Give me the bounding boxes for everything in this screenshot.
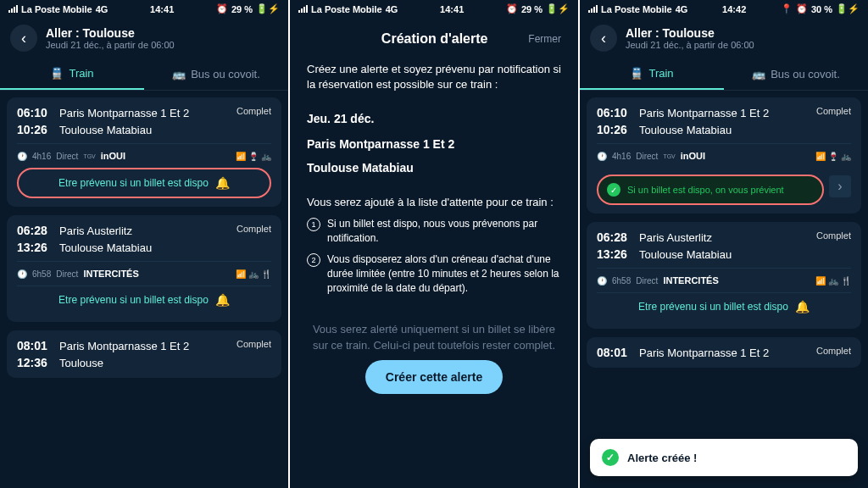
tab-bus[interactable]: 🚌Bus ou covoit.: [144, 58, 288, 90]
list-text: Si un billet est dispo, nous vous préven…: [327, 217, 561, 246]
battery-pct: 29 %: [521, 4, 542, 14]
depart-station: Paris Montparnasse 1 Et 2: [59, 107, 189, 119]
depart-station: Paris Montparnasse 1 Et 2: [639, 347, 769, 359]
modal-title: Création d'alerte: [341, 31, 528, 47]
bus-icon: 🚌: [752, 68, 765, 80]
modal-to: Toulouse Matabiau: [307, 160, 561, 177]
modal-footnote: Vous serez alerté uniquement si un bille…: [307, 322, 561, 352]
carrier: La Poste Mobile: [21, 4, 92, 14]
network: 4G: [96, 4, 108, 14]
connection: Direct: [636, 276, 658, 286]
tab-train[interactable]: 🚆Train: [580, 58, 724, 90]
alarm-icon: ⏰: [796, 3, 808, 14]
alert-label: Etre prévenu si un billet est dispo: [638, 301, 788, 313]
depart-time: 08:01: [17, 339, 51, 352]
chevron-right-icon[interactable]: ›: [829, 175, 851, 197]
trip-card[interactable]: 06:10Paris Montparnasse 1 Et 2 10:26Toul…: [7, 97, 281, 207]
alert-label: Etre prévenu si un billet est dispo: [58, 177, 209, 189]
close-button[interactable]: Fermer: [528, 33, 561, 45]
bell-icon: 🔔: [215, 293, 230, 307]
arrive-time: 13:26: [17, 241, 51, 254]
brand: INTERCITÉS: [663, 275, 718, 286]
tab-train[interactable]: 🚆Train: [0, 58, 144, 90]
modal-date: Jeu. 21 déc.: [307, 111, 561, 128]
depart-time: 06:10: [597, 106, 631, 119]
train-icon: 🚆: [630, 67, 643, 80]
bell-icon: 🔔: [215, 176, 230, 190]
brand: INTERCITÉS: [83, 269, 138, 279]
trip-card[interactable]: 06:10Paris Montparnasse 1 Et 2 10:26Toul…: [587, 97, 861, 214]
status-badge: Complet: [816, 106, 851, 116]
page-subtitle: Jeudi 21 déc., à partir de 06:00: [46, 40, 175, 50]
amenities-icons: 📶 🍷 🚲: [236, 152, 271, 161]
trip-list[interactable]: 06:10Paris Montparnasse 1 Et 2 10:26Toul…: [580, 91, 868, 488]
create-alert-button[interactable]: Etre prévenu si un billet est dispo🔔: [597, 292, 851, 320]
trip-card[interactable]: 06:28Paris Austerlitz 13:26Toulouse Mata…: [7, 215, 281, 322]
clock: 14:42: [722, 4, 746, 14]
amenities-icons: 📶 🚲 🍴: [815, 276, 851, 286]
mode-tabs: 🚆Train 🚌Bus ou covoit.: [0, 58, 288, 91]
clock: 14:41: [440, 4, 464, 14]
create-alert-button[interactable]: Etre prévenu si un billet est dispo🔔: [17, 168, 271, 198]
mode-tabs: 🚆Train 🚌Bus ou covoit.: [580, 58, 868, 91]
create-alert-button[interactable]: Etre prévenu si un billet est dispo🔔: [17, 286, 271, 313]
signal-icon: [298, 5, 308, 13]
signal-icon: [588, 5, 598, 13]
check-icon: ✓: [607, 183, 620, 197]
waitlist-intro: Vous serez ajouté à la liste d'attente p…: [307, 195, 561, 210]
arrive-time: 10:26: [17, 123, 51, 136]
arrive-station: Toulouse Matabiau: [59, 124, 152, 136]
depart-time: 06:10: [17, 106, 51, 119]
brand-prefix: TGV: [83, 153, 95, 159]
depart-station: Paris Montparnasse 1 Et 2: [59, 340, 189, 352]
depart-station: Paris Montparnasse 1 Et 2: [639, 107, 769, 119]
clock-icon: 🕐: [17, 152, 27, 161]
list-text: Vous disposerez alors d'un créneau d'ach…: [327, 252, 561, 295]
tab-train-label: Train: [648, 67, 673, 80]
trip-card[interactable]: 08:01Paris Montparnasse 1 Et 2 Complet: [587, 337, 861, 368]
toast-success: ✓ Alerte créée !: [590, 439, 858, 476]
modal-intro: Créez une alerte et soyez prévenu par no…: [307, 62, 561, 92]
brand: inOUI: [101, 151, 125, 161]
status-badge: Complet: [816, 230, 851, 241]
tab-bus-label: Bus ou covoit.: [191, 68, 260, 80]
status-bar: La Poste Mobile4G 14:41 ⏰29 %🔋⚡: [290, 0, 578, 18]
signal-icon: [8, 5, 18, 13]
trip-list[interactable]: 06:10Paris Montparnasse 1 Et 2 10:26Toul…: [0, 91, 288, 488]
arrive-time: 12:36: [17, 356, 51, 369]
battery-pct: 29 %: [231, 4, 253, 14]
duration: 6h58: [612, 276, 631, 286]
arrive-station: Toulouse: [59, 357, 103, 369]
clock-icon: 🕐: [597, 152, 607, 161]
phone-screen-1: La Poste Mobile4G 14:41 ⏰29 %🔋⚡ ‹ Aller …: [0, 0, 288, 488]
trip-card[interactable]: 06:28Paris Austerlitz 13:26Toulouse Mata…: [587, 222, 861, 329]
battery-icon: 🔋⚡: [836, 3, 860, 14]
back-button[interactable]: ‹: [590, 25, 617, 52]
connection: Direct: [636, 152, 658, 161]
battery-icon: 🔋⚡: [546, 3, 570, 14]
bus-icon: 🚌: [172, 68, 186, 80]
alert-modal: Création d'alerte Fermer Créez une alert…: [290, 18, 578, 488]
page-title: Aller : Toulouse: [626, 26, 754, 40]
connection: Direct: [56, 152, 78, 161]
status-badge: Complet: [236, 224, 271, 234]
duration: 6h58: [32, 269, 51, 279]
depart-time: 08:01: [597, 346, 631, 359]
clock-icon: 🕐: [597, 276, 607, 286]
duration: 4h16: [612, 152, 631, 161]
bell-icon: 🔔: [795, 300, 810, 313]
brand-prefix: TGV: [663, 153, 675, 159]
phone-screen-2: La Poste Mobile4G 14:41 ⏰29 %🔋⚡ Création…: [290, 0, 578, 488]
battery-pct: 30 %: [811, 4, 832, 14]
back-button[interactable]: ‹: [10, 25, 37, 52]
list-item: 1Si un billet est dispo, nous vous préve…: [307, 217, 561, 246]
connection: Direct: [56, 269, 78, 279]
alert-active-banner[interactable]: ✓Si un billet est dispo, on vous prévien…: [597, 175, 824, 205]
status-badge: Complet: [236, 106, 271, 116]
create-alert-submit[interactable]: Créer cette alerte: [365, 360, 503, 394]
page-title: Aller : Toulouse: [46, 26, 175, 40]
depart-time: 06:28: [597, 230, 631, 244]
trip-card[interactable]: 08:01Paris Montparnasse 1 Et 2 12:36Toul…: [7, 330, 281, 378]
tab-bus[interactable]: 🚌Bus ou covoit.: [724, 58, 868, 90]
amenities-icons: 📶 🍷 🚲: [815, 152, 851, 161]
